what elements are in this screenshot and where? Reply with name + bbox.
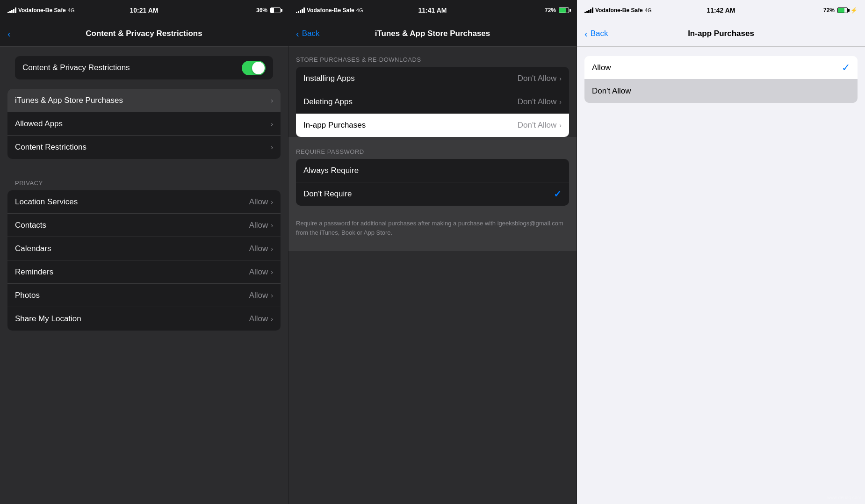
status-left-1: Vodafone-Be Safe 4G [7,7,74,14]
calendars-chevron: › [271,245,273,252]
content-restrictions-right: › [271,144,273,151]
back-button-2[interactable]: ‹ Back [296,29,319,38]
network-3: 4G [645,7,652,13]
store-purchases-header: STORE PURCHASES & RE-DOWNLOADS [288,47,577,67]
status-bar-3: Vodafone-Be Safe 4G 11:42 AM 72% ⚡ [577,0,865,21]
content-restrictions-label: Content Restrictions [15,143,271,152]
inapp-purchases-right: Don't Allow › [518,121,562,130]
photos-label: Photos [15,291,249,300]
photos-value: Allow [249,291,268,300]
contacts-right: Allow › [249,221,273,230]
nav-bar-2: ‹ Back iTunes & App Store Purchases [288,21,577,47]
battery-fill-1 [271,8,274,13]
panel-itunes: Vodafone-Be Safe 4G 11:41 AM 72% ‹ Back … [288,0,577,504]
installing-apps-row[interactable]: Installing Apps Don't Allow › [296,67,569,90]
allow-checkmark: ✓ [842,62,850,74]
battery-fill-2 [559,8,566,13]
deleting-apps-chevron: › [559,98,562,106]
share-location-right: Allow › [249,314,273,324]
battery-icon-3 [837,7,848,13]
status-left-3: Vodafone-Be Safe 4G [584,7,651,14]
content-2: STORE PURCHASES & RE-DOWNLOADS Installin… [288,47,577,504]
location-services-row[interactable]: Location Services Allow › [7,190,281,214]
dont-allow-row[interactable]: Don't Allow [584,79,858,103]
nav-bar-3: ‹ Back In-app Purchases [577,21,865,47]
itunes-purchases-row[interactable]: iTunes & App Store Purchases › [7,89,281,112]
main-items-group: iTunes & App Store Purchases › Allowed A… [7,89,281,159]
contacts-chevron: › [271,222,273,229]
time-1: 10:21 AM [130,7,159,14]
nav-title-2: iTunes & App Store Purchases [375,29,490,38]
always-require-row[interactable]: Always Require [296,159,569,182]
battery-pct-3: 72% [823,7,835,14]
itunes-right: › [271,97,273,104]
battery-fill-3 [838,8,844,13]
location-label: Location Services [15,197,249,207]
calendars-right: Allow › [249,244,273,253]
inapp-purchases-chevron: › [559,122,562,129]
share-location-row[interactable]: Share My Location Allow › [7,307,281,331]
battery-icon-2 [559,7,569,13]
status-right-2: 72% [545,7,569,14]
itunes-label: iTunes & App Store Purchases [15,96,271,105]
status-bar-2: Vodafone-Be Safe 4G 11:41 AM 72% [288,0,577,21]
reminders-label: Reminders [15,267,249,277]
status-right-1: 36% [256,7,281,14]
always-require-label: Always Require [303,166,562,175]
options-section: Allow ✓ Don't Allow [577,56,865,103]
inapp-purchases-label: In-app Purchases [303,121,518,130]
charging-icon: ⚡ [851,7,858,14]
reminders-value: Allow [249,267,268,277]
content-privacy-toggle[interactable] [242,61,266,75]
contacts-row[interactable]: Contacts Allow › [7,214,281,237]
chevron-back-2: ‹ [296,29,299,38]
carrier-3: Vodafone-Be Safe [595,7,643,14]
chevron-back-3: ‹ [584,29,588,38]
chevron-back-1: ‹ [7,29,11,38]
time-2: 11:41 AM [418,7,447,14]
toggle-label: Content & Privacy Restrictions [22,63,242,72]
dont-require-label: Don't Require [303,189,554,199]
battery-pct-2: 72% [545,7,556,14]
back-label-2: Back [302,29,320,38]
back-button-1[interactable]: ‹ [7,29,12,38]
signal-icon-1 [7,7,16,13]
toggle-section: Content & Privacy Restrictions [7,56,281,79]
back-button-3[interactable]: ‹ Back [584,29,608,38]
watermark: www.deuag.com [827,495,861,500]
store-purchases-group-top: Installing Apps Don't Allow › Deleting A… [296,67,569,114]
battery-icon-1 [270,7,281,13]
deleting-apps-label: Deleting Apps [303,97,518,107]
toggle-knob [252,62,265,74]
dont-require-check: ✓ [554,188,562,200]
content-privacy-toggle-row[interactable]: Content & Privacy Restrictions [15,56,273,79]
dont-require-right: ✓ [554,188,562,200]
deleting-apps-row[interactable]: Deleting Apps Don't Allow › [296,90,569,114]
allowed-apps-chevron: › [271,120,273,128]
reminders-chevron: › [271,268,273,276]
panel-inapp: Vodafone-Be Safe 4G 11:42 AM 72% ⚡ ‹ Bac… [577,0,865,504]
nav-title-3: In-app Purchases [688,29,754,38]
allowed-apps-row[interactable]: Allowed Apps › [7,112,281,136]
inapp-purchases-value: Don't Allow [518,121,557,130]
options-group: Allow ✓ Don't Allow [584,56,858,103]
status-right-3: 72% ⚡ [823,7,858,14]
calendars-row[interactable]: Calendars Allow › [7,237,281,260]
calendars-value: Allow [249,244,268,253]
allow-right: ✓ [842,62,850,74]
content-restrictions-row[interactable]: Content Restrictions › [7,136,281,159]
installing-apps-right: Don't Allow › [518,74,562,83]
allow-row[interactable]: Allow ✓ [584,56,858,79]
dont-require-row[interactable]: Don't Require ✓ [296,182,569,206]
inapp-purchases-row[interactable]: In-app Purchases Don't Allow › [296,114,569,137]
reminders-row[interactable]: Reminders Allow › [7,260,281,284]
photos-row[interactable]: Photos Allow › [7,284,281,307]
carrier-2: Vodafone-Be Safe [307,7,354,14]
content-3: Allow ✓ Don't Allow [577,47,865,504]
signal-icon-2 [296,7,305,13]
content-1: Content & Privacy Restrictions iTunes & … [0,47,288,504]
nav-title-1: Content & Privacy Restrictions [86,29,202,38]
battery-pct-1: 36% [256,7,267,14]
toggle-group: Content & Privacy Restrictions [15,56,273,79]
installing-apps-chevron: › [559,75,562,82]
